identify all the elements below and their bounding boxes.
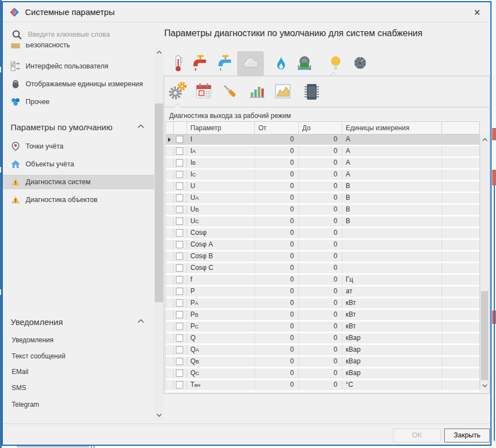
param-cell[interactable]: PВ xyxy=(187,310,255,320)
to-cell[interactable]: 0 xyxy=(299,333,342,343)
tab-heat-thermometer[interactable] xyxy=(168,51,189,76)
row-checkbox[interactable] xyxy=(176,299,183,307)
param-cell[interactable]: UВ xyxy=(187,205,255,215)
sidebar-item-sms[interactable]: SMS xyxy=(3,381,154,395)
to-cell[interactable]: 0 xyxy=(299,158,342,168)
row-checkbox[interactable] xyxy=(176,346,183,353)
table-scrollbar-thumb[interactable] xyxy=(481,291,488,380)
table-row[interactable]: PА00кВт xyxy=(166,298,479,308)
from-cell[interactable]: 0 xyxy=(255,240,299,250)
param-cell[interactable]: UС xyxy=(187,216,255,227)
scroll-up-icon[interactable] xyxy=(154,48,164,57)
to-cell[interactable]: 0 xyxy=(299,170,342,180)
row-checkbox[interactable] xyxy=(176,147,183,155)
param-cell[interactable]: IВ xyxy=(187,158,255,168)
unit-cell[interactable]: В xyxy=(342,193,442,203)
subtab-tools[interactable] xyxy=(219,79,242,104)
from-cell[interactable]: 0 xyxy=(255,333,299,343)
header-to[interactable]: До xyxy=(299,122,342,134)
row-checkbox[interactable] xyxy=(176,136,183,143)
param-cell[interactable]: QВ xyxy=(187,357,255,367)
unit-cell[interactable]: А xyxy=(342,158,442,168)
table-row[interactable]: Cosφ B00 xyxy=(166,252,479,262)
table-row[interactable]: Cosφ A00 xyxy=(166,240,479,250)
row-checkbox[interactable] xyxy=(176,334,183,342)
from-cell[interactable]: 0 xyxy=(255,380,299,390)
unit-cell[interactable]: кВт xyxy=(342,298,442,308)
from-cell[interactable]: 0 xyxy=(255,135,299,145)
param-cell[interactable]: IА xyxy=(187,146,255,156)
row-checkbox[interactable] xyxy=(176,218,183,225)
to-cell[interactable]: 0 xyxy=(299,380,342,390)
to-cell[interactable]: 0 xyxy=(299,298,342,308)
param-cell[interactable]: IС xyxy=(187,170,255,180)
tab-steam[interactable] xyxy=(237,51,264,76)
sidebar-item-metering-objects[interactable]: Объекты учёта xyxy=(3,157,154,171)
param-cell[interactable]: QА xyxy=(187,345,255,355)
sidebar-item-misc[interactable]: Прочее xyxy=(3,95,154,109)
sidebar-item-metering-points[interactable]: Точки учёта xyxy=(3,139,154,154)
table-row[interactable]: f00Гц xyxy=(166,275,479,285)
from-cell[interactable]: 0 xyxy=(255,216,299,227)
from-cell[interactable]: 0 xyxy=(255,263,299,273)
row-checkbox[interactable] xyxy=(176,370,183,377)
param-cell[interactable]: Твн xyxy=(187,380,255,390)
from-cell[interactable]: 0 xyxy=(255,345,299,355)
param-cell[interactable]: QС xyxy=(187,368,255,378)
to-cell[interactable]: 0 xyxy=(299,146,342,156)
sidebar-item-user-interface[interactable]: Интерфейс пользователя xyxy=(3,59,154,73)
param-cell[interactable]: f xyxy=(187,275,255,285)
sidebar-item-message-text[interactable]: Текст сообщений xyxy=(3,349,154,363)
row-checkbox[interactable] xyxy=(176,194,183,201)
tab-meter[interactable] xyxy=(350,51,371,76)
from-cell[interactable]: 0 xyxy=(255,170,299,180)
table-row[interactable]: QВ00кВар xyxy=(166,357,479,367)
table-row[interactable]: Твн00°С xyxy=(166,380,479,390)
tab-cold-water[interactable] xyxy=(214,51,235,76)
unit-cell[interactable]: кВт xyxy=(342,322,442,332)
from-cell[interactable]: 0 xyxy=(255,368,299,378)
unit-cell[interactable]: В xyxy=(342,205,442,215)
from-cell[interactable]: 0 xyxy=(255,146,299,156)
sidebar-item-objects-diagnostics[interactable]: Диагностика объектов xyxy=(3,193,154,207)
to-cell[interactable]: 0 xyxy=(299,252,342,262)
unit-cell[interactable]: В xyxy=(342,216,442,227)
from-cell[interactable]: 0 xyxy=(255,275,299,285)
subtab-bar-chart[interactable] xyxy=(246,79,268,104)
to-cell[interactable]: 0 xyxy=(299,287,342,297)
row-checkbox[interactable] xyxy=(176,171,183,178)
table-row[interactable]: IА00А xyxy=(166,146,479,156)
unit-cell[interactable] xyxy=(342,263,442,273)
table-row[interactable]: Q00кВар xyxy=(166,333,479,343)
row-checkbox[interactable] xyxy=(176,381,183,388)
from-cell[interactable]: 0 xyxy=(255,357,299,367)
table-row[interactable]: I00А xyxy=(166,135,479,145)
sidebar-section-notifications[interactable]: Уведомления xyxy=(3,314,154,329)
unit-cell[interactable]: кВар xyxy=(342,333,442,343)
row-checkbox[interactable] xyxy=(176,311,183,318)
table-row[interactable]: IС00А xyxy=(166,170,479,180)
unit-cell[interactable]: А xyxy=(342,146,442,156)
table-row[interactable]: Cosφ00 xyxy=(166,228,479,238)
unit-cell[interactable]: В xyxy=(342,181,442,191)
unit-cell[interactable]: ат xyxy=(342,287,442,297)
row-checkbox[interactable] xyxy=(176,323,183,330)
sidebar-item-security-clipped[interactable]: Безопасность xyxy=(3,43,146,54)
tab-gas[interactable] xyxy=(271,51,292,76)
sidebar-item-notifications[interactable]: Уведомления xyxy=(3,333,154,347)
header-units[interactable]: Единицы измерения xyxy=(342,122,442,134)
close-button[interactable]: Закрыть xyxy=(444,429,490,442)
unit-cell[interactable]: кВт xyxy=(342,310,442,320)
to-cell[interactable]: 0 xyxy=(299,275,342,285)
tab-hot-water[interactable] xyxy=(189,51,210,76)
from-cell[interactable]: 0 xyxy=(255,298,299,308)
param-cell[interactable]: PА xyxy=(187,298,255,308)
subtab-line-chart[interactable] xyxy=(272,79,294,104)
unit-cell[interactable]: А xyxy=(342,135,442,145)
row-checkbox[interactable] xyxy=(176,241,183,248)
to-cell[interactable]: 0 xyxy=(299,345,342,355)
subtab-settings[interactable] xyxy=(166,79,189,104)
row-checkbox[interactable] xyxy=(176,288,183,295)
param-cell[interactable]: Cosφ B xyxy=(187,252,255,262)
sidebar-section-defaults[interactable]: Параметры по умолчанию xyxy=(3,119,154,135)
